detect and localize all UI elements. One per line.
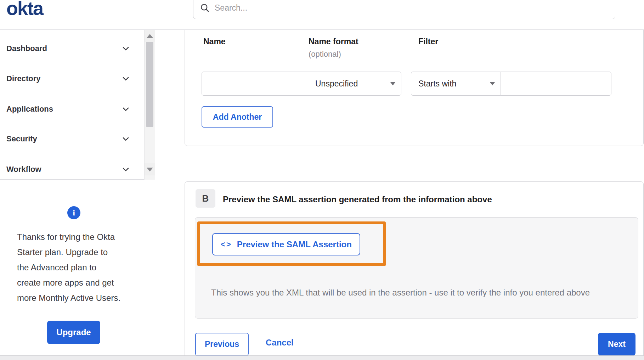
name-format-select[interactable]: Unspecified xyxy=(308,72,401,96)
upgrade-message-line: more Monthly Active Users. xyxy=(17,290,120,305)
info-icon: i xyxy=(67,206,80,219)
dropdown-caret-icon xyxy=(490,82,495,85)
column-header-name: Name xyxy=(203,37,226,46)
search-input[interactable] xyxy=(215,3,609,13)
okta-logo: okta xyxy=(6,0,43,19)
filter-type-value: Starts with xyxy=(418,79,456,89)
upgrade-message-line: Thanks for trying the Okta xyxy=(17,229,120,244)
step-badge: B xyxy=(196,189,215,208)
sidebar-item-label: Workflow xyxy=(6,165,41,174)
next-button[interactable]: Next xyxy=(598,333,635,356)
sidebar-item-security[interactable]: Security xyxy=(6,132,130,146)
sidebar-item-workflow[interactable]: Workflow xyxy=(6,162,130,176)
name-format-value: Unspecified xyxy=(315,79,358,89)
chevron-down-icon xyxy=(121,165,130,174)
upgrade-message: Thanks for trying the Okta Starter plan.… xyxy=(17,229,120,305)
chevron-down-icon xyxy=(121,74,130,83)
search-icon xyxy=(200,3,210,13)
sidebar-nav: Dashboard Directory Applications Securit… xyxy=(0,30,155,360)
sidebar-menu: Dashboard Directory Applications Securit… xyxy=(0,30,155,180)
upgrade-message-line: Starter plan. Upgrade to xyxy=(17,244,120,260)
sidebar-item-label: Directory xyxy=(6,74,41,83)
sidebar-item-label: Applications xyxy=(6,105,53,114)
upgrade-message-line: create more apps and get xyxy=(17,275,120,290)
preview-description: This shows you the XML that will be used… xyxy=(211,288,590,298)
sidebar-item-label: Security xyxy=(6,134,37,144)
upgrade-message-line: the Advanced plan to xyxy=(17,260,120,275)
code-icon: <> xyxy=(221,240,232,249)
panel-divider xyxy=(195,272,638,272)
add-another-button[interactable]: Add Another xyxy=(202,106,273,128)
preview-panel: <> Preview the SAML Assertion This shows… xyxy=(195,217,638,319)
attribute-statements-card: Name Name format (optional) Filter Unspe… xyxy=(185,30,644,146)
scroll-down-icon xyxy=(147,168,153,171)
scrollbar-thumb[interactable] xyxy=(146,42,153,127)
chevron-down-icon xyxy=(121,44,130,53)
bottom-edge-strip xyxy=(0,355,644,360)
sidebar-item-dashboard[interactable]: Dashboard xyxy=(6,41,130,56)
previous-button[interactable]: Previous xyxy=(195,333,249,356)
dropdown-caret-icon xyxy=(390,82,395,85)
main-content: Name Name format (optional) Filter Unspe… xyxy=(155,30,644,360)
section-heading: Preview the SAML assertion generated fro… xyxy=(223,195,492,204)
preview-button-label: Preview the SAML Assertion xyxy=(237,240,352,249)
sidebar-item-label: Dashboard xyxy=(6,44,47,53)
scroll-up-icon xyxy=(147,34,153,38)
chevron-down-icon xyxy=(121,134,130,144)
top-header: okta xyxy=(0,0,644,30)
attribute-name-input[interactable] xyxy=(202,72,308,96)
sidebar-scrollbar[interactable] xyxy=(144,30,155,180)
column-header-name-format: Name format xyxy=(309,37,358,46)
preview-saml-assertion-button[interactable]: <> Preview the SAML Assertion xyxy=(212,233,360,255)
sidebar-item-directory[interactable]: Directory xyxy=(6,72,130,86)
cancel-link[interactable]: Cancel xyxy=(266,338,294,348)
chevron-down-icon xyxy=(121,105,130,114)
column-header-filter: Filter xyxy=(418,37,438,46)
scroll-up-button[interactable] xyxy=(145,30,155,42)
upgrade-panel: i Thanks for trying the Okta Starter pla… xyxy=(0,180,154,360)
scroll-down-button[interactable] xyxy=(145,163,155,175)
column-note-optional: (optional) xyxy=(309,50,341,59)
global-search[interactable] xyxy=(193,0,615,19)
filter-type-select[interactable]: Starts with xyxy=(411,72,501,96)
preview-assertion-card: B Preview the SAML assertion generated f… xyxy=(185,181,644,356)
upgrade-button[interactable]: Upgrade xyxy=(47,321,100,344)
filter-value-input[interactable] xyxy=(501,72,611,96)
sidebar-item-applications[interactable]: Applications xyxy=(6,102,130,116)
